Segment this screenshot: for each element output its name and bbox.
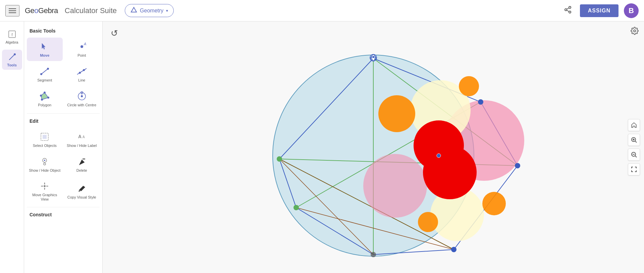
svg-line-4 bbox=[567, 10, 569, 11]
svg-line-70 bbox=[635, 141, 637, 143]
copy-visual-label: Copy Visual Style bbox=[67, 195, 96, 200]
show-hide-label-tool[interactable]: A A Show / Hide Label bbox=[64, 128, 100, 151]
svg-point-51 bbox=[378, 95, 415, 132]
svg-line-16 bbox=[77, 68, 87, 74]
svg-point-1 bbox=[569, 6, 571, 8]
svg-point-61 bbox=[478, 99, 483, 105]
svg-point-65 bbox=[293, 205, 299, 210]
svg-point-60 bbox=[372, 56, 374, 58]
circle-center-tool[interactable]: Circle with Centre bbox=[64, 87, 100, 111]
polygon-tool[interactable]: Polygon bbox=[27, 87, 63, 111]
logo: GeoGebra bbox=[25, 6, 58, 15]
chevron-down-icon: ▾ bbox=[166, 8, 168, 13]
svg-point-21 bbox=[40, 95, 42, 97]
tools-label: Tools bbox=[7, 63, 17, 67]
geometry-dropdown[interactable]: Geometry ▾ bbox=[125, 4, 174, 17]
svg-text:A: A bbox=[84, 42, 86, 46]
svg-rect-27 bbox=[43, 135, 47, 139]
geometry-canvas[interactable] bbox=[103, 21, 644, 273]
share-button[interactable] bbox=[561, 3, 575, 18]
calculator-suite-label: Calculator Suite bbox=[65, 6, 117, 15]
svg-text:A: A bbox=[83, 135, 85, 139]
svg-point-20 bbox=[41, 99, 43, 101]
main-layout: f Algebra Tools Basic Tools Move bbox=[0, 21, 644, 273]
point-tool[interactable]: A Point bbox=[64, 38, 100, 61]
construct-divider bbox=[27, 207, 100, 207]
move-tool[interactable]: Move bbox=[27, 38, 63, 61]
geometry-label: Geometry bbox=[140, 8, 163, 14]
svg-marker-17 bbox=[41, 93, 48, 100]
line-label: Line bbox=[78, 78, 85, 83]
select-objects-tool[interactable]: Select Objects bbox=[27, 128, 63, 151]
logo-text: GeoGebra bbox=[25, 6, 58, 15]
svg-point-49 bbox=[363, 154, 427, 218]
edit-tools-grid: Select Objects A A Show / Hide Label Sho… bbox=[27, 128, 100, 204]
segment-label: Segment bbox=[37, 78, 52, 83]
show-hide-object-label: Show / Hide Object bbox=[29, 168, 60, 173]
svg-point-31 bbox=[44, 160, 45, 161]
svg-point-52 bbox=[459, 76, 479, 96]
select-objects-label: Select Objects bbox=[33, 144, 57, 148]
polygon-label: Polygon bbox=[38, 103, 51, 107]
svg-marker-0 bbox=[131, 7, 137, 12]
svg-line-73 bbox=[635, 156, 637, 157]
point-label: Point bbox=[77, 53, 86, 58]
geometry-icon bbox=[130, 6, 137, 15]
construct-section: Construct bbox=[27, 209, 100, 220]
svg-point-18 bbox=[44, 92, 46, 94]
copy-visual-tool[interactable]: Copy Visual Style bbox=[64, 177, 100, 204]
move-graphics-tool[interactable]: Move Graphics View bbox=[27, 177, 63, 204]
right-sidebar bbox=[628, 119, 640, 175]
algebra-label: Algebra bbox=[6, 40, 18, 44]
edit-divider bbox=[27, 113, 100, 114]
fullscreen-button[interactable] bbox=[628, 163, 640, 175]
edit-section: Edit bbox=[27, 116, 100, 126]
svg-point-53 bbox=[482, 192, 506, 215]
svg-point-63 bbox=[451, 247, 457, 252]
show-hide-label-label: Show / Hide Label bbox=[67, 144, 97, 148]
svg-point-9 bbox=[80, 45, 83, 48]
svg-point-54 bbox=[418, 212, 438, 232]
circle-center-label: Circle with Centre bbox=[67, 103, 96, 107]
svg-line-5 bbox=[567, 8, 569, 9]
hamburger-button[interactable] bbox=[5, 5, 19, 16]
svg-point-57 bbox=[437, 154, 441, 158]
svg-point-32 bbox=[44, 163, 46, 165]
delete-tool[interactable]: Delete bbox=[64, 153, 100, 176]
segment-tool[interactable]: Segment bbox=[27, 62, 63, 86]
svg-point-56 bbox=[423, 146, 477, 199]
svg-text:f: f bbox=[11, 32, 13, 37]
svg-point-2 bbox=[565, 9, 567, 11]
undo-button[interactable]: ↺ bbox=[108, 27, 121, 40]
zoom-in-button[interactable] bbox=[628, 134, 640, 146]
svg-point-35 bbox=[634, 30, 636, 32]
assign-button[interactable]: ASSIGN bbox=[580, 4, 619, 17]
line-tool[interactable]: Line bbox=[64, 62, 100, 86]
canvas-area[interactable]: ↺ bbox=[103, 21, 644, 273]
svg-point-34 bbox=[44, 185, 46, 187]
svg-point-19 bbox=[47, 97, 49, 99]
basic-tools-grid: Move A Point Segment bbox=[27, 38, 100, 111]
move-graphics-label: Move Graphics View bbox=[28, 193, 61, 202]
move-label: Move bbox=[40, 53, 49, 58]
svg-text:A: A bbox=[78, 134, 82, 139]
svg-point-64 bbox=[371, 252, 376, 257]
delete-label: Delete bbox=[76, 168, 87, 173]
home-button[interactable] bbox=[628, 119, 640, 131]
show-hide-object-tool[interactable]: Show / Hide Object bbox=[27, 153, 63, 176]
zoom-out-button[interactable] bbox=[628, 149, 640, 161]
toolbar-row: ↺ bbox=[108, 27, 121, 40]
tools-panel: Basic Tools Move A Point bbox=[24, 21, 103, 273]
svg-line-13 bbox=[41, 69, 48, 74]
svg-point-66 bbox=[277, 156, 282, 162]
avatar-button[interactable]: B bbox=[624, 3, 639, 18]
svg-point-3 bbox=[569, 11, 571, 13]
sidebar-icons: f Algebra Tools bbox=[0, 21, 24, 273]
svg-point-62 bbox=[515, 163, 520, 168]
header: GeoGebra Calculator Suite Geometry ▾ ASS… bbox=[0, 0, 644, 21]
basic-tools-section: Basic Tools bbox=[27, 25, 100, 36]
svg-rect-33 bbox=[83, 158, 85, 160]
sidebar-item-tools[interactable]: Tools bbox=[2, 50, 22, 70]
sidebar-item-algebra[interactable]: f Algebra bbox=[2, 27, 22, 47]
settings-button[interactable] bbox=[631, 27, 639, 37]
